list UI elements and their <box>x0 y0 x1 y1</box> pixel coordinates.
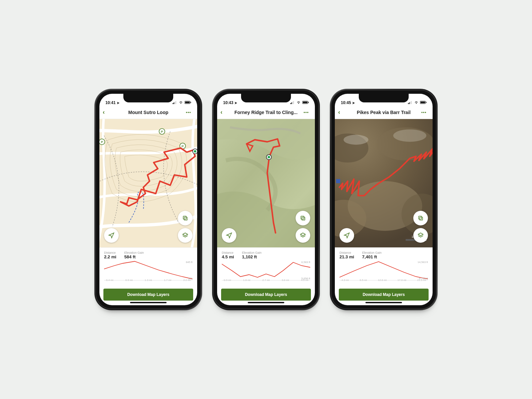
app-header: ‹ Pikes Peak via Barr Trail ••• <box>335 106 433 119</box>
stats-panel: Distance 2.2 mi Elevation Gain 584 ft 84… <box>99 247 197 287</box>
svg-rect-2 <box>175 102 175 104</box>
svg-text:P: P <box>161 130 163 133</box>
back-button[interactable]: ‹ <box>103 109 111 116</box>
wifi-icon <box>179 100 183 105</box>
svg-rect-19 <box>184 217 187 220</box>
distance-label: Distance <box>104 251 116 254</box>
distance-label: Distance <box>339 251 354 254</box>
elevation-label: Elevation Gain <box>124 251 144 254</box>
svg-rect-22 <box>291 102 292 104</box>
app-header: ‹ Forney Ridge Trail to Cling... ••• <box>217 106 315 119</box>
download-map-button[interactable]: Download Map Layers <box>339 289 429 301</box>
map-overlay-button[interactable] <box>296 211 310 225</box>
svg-rect-1 <box>174 102 174 104</box>
map-overlay-button[interactable] <box>178 211 193 225</box>
signal-icon <box>408 100 413 105</box>
svg-text:P: P <box>101 140 103 144</box>
map-background-satellite: 1001 ft <box>335 119 433 247</box>
svg-point-47 <box>343 135 368 145</box>
app-header: ‹ Mount Sutro Loop ••• <box>99 106 197 119</box>
elevation-max: 6,583 ft <box>301 261 310 264</box>
distance-value: 4.5 mi <box>222 254 234 259</box>
elevation-label: Elevation Gain <box>242 251 262 254</box>
svg-rect-27 <box>308 102 309 103</box>
elevation-value: 584 ft <box>124 254 144 259</box>
elevation-chart[interactable]: 845 ft 371 0.4 mi0.9 mi1.3 mi1.7 mi2.2 m… <box>104 261 193 284</box>
more-button[interactable]: ••• <box>421 110 429 115</box>
page-title: Forney Ridge Trail to Cling... <box>228 110 304 115</box>
svg-point-48 <box>393 129 427 142</box>
signal-icon <box>173 100 177 105</box>
elevation-value: 1,102 ft <box>242 254 262 259</box>
back-button[interactable]: ‹ <box>338 109 346 116</box>
download-map-button[interactable]: Download Map Layers <box>103 289 193 301</box>
wifi-icon <box>296 100 301 105</box>
status-time: 10:43 <box>223 100 233 105</box>
location-services-icon: ➤ <box>352 101 355 105</box>
svg-rect-0 <box>173 103 173 104</box>
elevation-label: Elevation Gain <box>362 251 382 254</box>
svg-text:P: P <box>182 144 184 148</box>
home-indicator <box>130 302 167 303</box>
stats-panel: Distance 4.5 mi Elevation Gain 1,102 ft … <box>217 247 315 287</box>
more-button[interactable]: ••• <box>304 110 312 115</box>
elevation-max: 845 ft <box>186 261 193 264</box>
distance-value: 2.2 mi <box>104 254 116 259</box>
download-map-button[interactable]: Download Map Layers <box>221 289 311 301</box>
svg-point-30 <box>268 156 270 158</box>
device-notch <box>359 94 409 102</box>
map-area[interactable]: 1001 ft <box>335 119 433 247</box>
locate-me-button[interactable] <box>104 228 119 243</box>
svg-rect-36 <box>410 102 411 104</box>
elevation-chart[interactable]: 14,563 ft 6,715 ft 4.3 mi8.5 mi12.8 mi17… <box>339 261 428 284</box>
app-screen: 10:43 ➤ ‹ Forney Ridge Trail to Cling...… <box>217 94 315 305</box>
page-title: Mount Sutro Loop <box>111 110 186 115</box>
svg-rect-5 <box>185 102 190 103</box>
back-button[interactable]: ‹ <box>220 109 228 116</box>
map-layers-button[interactable] <box>296 228 310 243</box>
locate-me-button[interactable] <box>222 228 236 243</box>
svg-rect-32 <box>302 217 305 220</box>
svg-point-17 <box>194 150 196 152</box>
svg-rect-21 <box>290 103 291 104</box>
phone-mockup: 10:45 ➤ ‹ Pikes Peak via Barr Trail ••• <box>331 90 437 309</box>
elevation-value: 7,401 ft <box>362 254 382 259</box>
elevation-min: 5,656 ft <box>301 277 310 280</box>
svg-rect-6 <box>191 102 191 103</box>
svg-rect-24 <box>293 101 294 104</box>
more-button[interactable]: ••• <box>186 110 194 115</box>
battery-icon <box>302 100 309 105</box>
home-indicator <box>365 302 402 303</box>
phone-mockup: 10:41 ➤ ‹ Mount Sutro Loop ••• <box>95 90 201 309</box>
device-notch <box>241 94 291 102</box>
svg-rect-37 <box>411 101 412 104</box>
elevation-min: 6,715 ft <box>419 277 428 280</box>
location-services-icon: ➤ <box>117 101 119 105</box>
location-services-icon: ➤ <box>234 101 237 105</box>
map-area[interactable]: P P P P <box>99 119 197 247</box>
home-indicator <box>248 302 284 303</box>
map-layers-button[interactable] <box>413 228 428 243</box>
svg-rect-40 <box>426 102 427 103</box>
battery-icon <box>185 100 191 105</box>
locate-me-button[interactable] <box>339 228 354 243</box>
signal-icon <box>290 100 295 105</box>
status-time: 10:41 <box>105 100 116 105</box>
svg-rect-35 <box>409 102 410 104</box>
device-notch <box>123 94 173 102</box>
distance-value: 21.3 mi <box>339 254 354 259</box>
map-area[interactable] <box>217 119 315 247</box>
svg-rect-34 <box>408 103 409 104</box>
svg-rect-18 <box>183 216 186 219</box>
elevation-max: 14,563 ft <box>418 261 428 264</box>
map-overlay-button[interactable] <box>413 211 428 225</box>
elevation-chart[interactable]: 6,583 ft 5,656 ft 0.9 mi1.8 mi2.7 mi3.6 … <box>222 261 310 284</box>
page-title: Pikes Peak via Barr Trail <box>346 110 421 115</box>
svg-rect-31 <box>301 216 304 219</box>
svg-rect-53 <box>419 216 422 219</box>
map-background-terrain <box>217 119 315 247</box>
map-layers-button[interactable] <box>178 228 193 243</box>
svg-rect-3 <box>176 101 176 104</box>
svg-rect-52 <box>336 179 340 183</box>
wifi-icon <box>414 100 419 105</box>
